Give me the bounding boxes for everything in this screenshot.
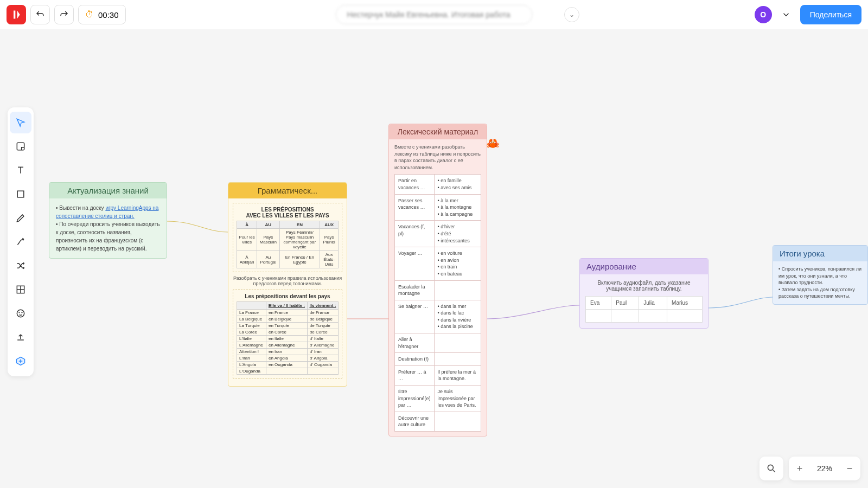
card-title: Аудирование (580, 259, 708, 274)
upload-tool[interactable] (10, 326, 31, 348)
prepositions-table-2: Elle va / Il habite :Ils viennent :La Fr… (237, 301, 339, 375)
card-summary[interactable]: Итоги урока • Спросить учеников, понрави… (773, 245, 868, 305)
shuffle-tool[interactable] (10, 255, 31, 277)
share-button[interactable]: Поделиться (800, 5, 861, 24)
zoom-in-button[interactable]: + (789, 457, 810, 480)
svg-rect-0 (17, 143, 24, 150)
lexical-table: Partir en vacances …• en famille• avec s… (394, 174, 481, 432)
redo-button[interactable] (54, 5, 74, 24)
card-lexical[interactable]: Лексический материал Вместе с учениками … (388, 124, 487, 436)
connector-tool[interactable] (10, 231, 31, 253)
grid-tool[interactable] (10, 279, 31, 300)
stopwatch-icon: ⏱ (85, 10, 94, 20)
svg-point-3 (17, 310, 24, 317)
card-title: Грамматическ... (228, 183, 347, 198)
timer-value: 00:30 (98, 10, 119, 20)
intro-text: Вместе с учениками разобрать лексику из … (394, 144, 481, 171)
title-dropdown[interactable]: ⌄ (564, 7, 579, 22)
card-audio[interactable]: Аудирование Включить аудиофайл, дать ука… (579, 258, 709, 329)
search-button[interactable] (760, 457, 783, 480)
card-title: Итоги урока (773, 246, 867, 261)
undo-button[interactable] (30, 5, 50, 24)
note-tool[interactable] (10, 136, 31, 157)
card-body: • Спросить учеников, понравился ли им ур… (773, 261, 867, 304)
svg-rect-1 (17, 191, 24, 197)
zoom-out-button[interactable]: − (839, 457, 860, 480)
svg-point-6 (768, 465, 773, 470)
add-tool[interactable] (10, 350, 31, 372)
intro-text: Включить аудиофайл, дать указание учащим… (585, 280, 703, 292)
board-title[interactable]: Нестерчук Майя Евгеньевна. Итоговая рабо… (336, 5, 533, 24)
prepositions-table-1: ÀAUENAUXPour les villesPays MasculinPays… (237, 221, 339, 268)
user-menu-chevron[interactable] (776, 5, 796, 24)
audio-table: EvaPaulJuliaMarius (585, 296, 703, 323)
crab-sticker[interactable]: 🦀 (486, 137, 500, 150)
pen-tool[interactable] (10, 207, 31, 229)
select-tool[interactable] (10, 112, 31, 133)
shape-tool[interactable] (10, 183, 31, 205)
avatar[interactable]: O (755, 6, 772, 23)
card-title: Актуализация знаний (49, 183, 167, 198)
svg-point-5 (22, 312, 22, 313)
card-body: • Вывести на доску игру LearningApps на … (49, 198, 167, 258)
table-title: LES PRÉPOSITIONS AVEC LES VILLES ET LES … (237, 207, 339, 219)
tool-sidebar (8, 107, 34, 376)
zoom-value: 22% (810, 464, 839, 473)
card-title: Лексический материал (389, 124, 487, 139)
note-text: Разобрать с учениками правила использова… (233, 275, 342, 286)
timer[interactable]: ⏱00:30 (78, 5, 126, 24)
card-grammar[interactable]: Грамматическ... LES PRÉPOSITIONS AVEC LE… (228, 182, 347, 387)
text-tool[interactable] (10, 159, 31, 181)
card-aktualizatsiya[interactable]: Актуализация знаний • Вывести на доску и… (49, 182, 167, 259)
sticker-tool[interactable] (10, 303, 31, 324)
svg-point-4 (19, 312, 20, 313)
app-logo[interactable] (7, 5, 26, 24)
